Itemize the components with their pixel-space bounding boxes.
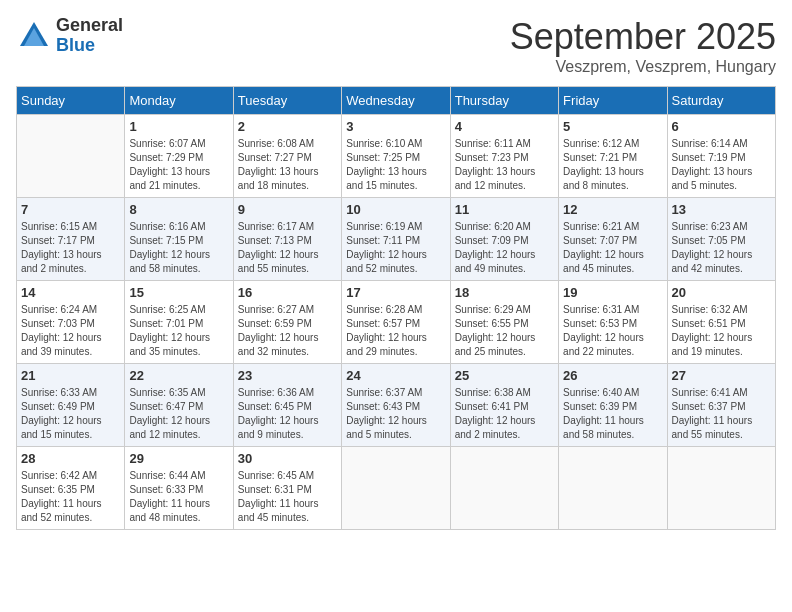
calendar-cell: 10Sunrise: 6:19 AMSunset: 7:11 PMDayligh… <box>342 198 450 281</box>
day-info: Sunrise: 6:11 AMSunset: 7:23 PMDaylight:… <box>455 137 554 193</box>
day-info: Sunrise: 6:38 AMSunset: 6:41 PMDaylight:… <box>455 386 554 442</box>
day-info: Sunrise: 6:29 AMSunset: 6:55 PMDaylight:… <box>455 303 554 359</box>
calendar-cell: 19Sunrise: 6:31 AMSunset: 6:53 PMDayligh… <box>559 281 667 364</box>
day-info: Sunrise: 6:35 AMSunset: 6:47 PMDaylight:… <box>129 386 228 442</box>
day-info: Sunrise: 6:24 AMSunset: 7:03 PMDaylight:… <box>21 303 120 359</box>
calendar-cell: 23Sunrise: 6:36 AMSunset: 6:45 PMDayligh… <box>233 364 341 447</box>
day-number: 24 <box>346 368 445 383</box>
day-info: Sunrise: 6:32 AMSunset: 6:51 PMDaylight:… <box>672 303 771 359</box>
day-number: 17 <box>346 285 445 300</box>
calendar-cell: 29Sunrise: 6:44 AMSunset: 6:33 PMDayligh… <box>125 447 233 530</box>
calendar-cell <box>667 447 775 530</box>
calendar-cell: 27Sunrise: 6:41 AMSunset: 6:37 PMDayligh… <box>667 364 775 447</box>
day-info: Sunrise: 6:07 AMSunset: 7:29 PMDaylight:… <box>129 137 228 193</box>
calendar-cell: 12Sunrise: 6:21 AMSunset: 7:07 PMDayligh… <box>559 198 667 281</box>
calendar-cell <box>450 447 558 530</box>
calendar-cell: 4Sunrise: 6:11 AMSunset: 7:23 PMDaylight… <box>450 115 558 198</box>
day-number: 15 <box>129 285 228 300</box>
day-info: Sunrise: 6:45 AMSunset: 6:31 PMDaylight:… <box>238 469 337 525</box>
calendar-cell: 28Sunrise: 6:42 AMSunset: 6:35 PMDayligh… <box>17 447 125 530</box>
day-info: Sunrise: 6:42 AMSunset: 6:35 PMDaylight:… <box>21 469 120 525</box>
day-number: 14 <box>21 285 120 300</box>
calendar-cell: 11Sunrise: 6:20 AMSunset: 7:09 PMDayligh… <box>450 198 558 281</box>
logo-text: General Blue <box>56 16 123 56</box>
weekday-header-row: SundayMondayTuesdayWednesdayThursdayFrid… <box>17 87 776 115</box>
day-number: 5 <box>563 119 662 134</box>
page-header: General Blue September 2025 Veszprem, Ve… <box>16 16 776 76</box>
calendar-cell: 9Sunrise: 6:17 AMSunset: 7:13 PMDaylight… <box>233 198 341 281</box>
day-info: Sunrise: 6:15 AMSunset: 7:17 PMDaylight:… <box>21 220 120 276</box>
logo: General Blue <box>16 16 123 56</box>
day-info: Sunrise: 6:36 AMSunset: 6:45 PMDaylight:… <box>238 386 337 442</box>
weekday-header-monday: Monday <box>125 87 233 115</box>
calendar-cell: 21Sunrise: 6:33 AMSunset: 6:49 PMDayligh… <box>17 364 125 447</box>
calendar-cell <box>559 447 667 530</box>
calendar-cell: 26Sunrise: 6:40 AMSunset: 6:39 PMDayligh… <box>559 364 667 447</box>
day-info: Sunrise: 6:10 AMSunset: 7:25 PMDaylight:… <box>346 137 445 193</box>
day-number: 12 <box>563 202 662 217</box>
calendar-cell: 1Sunrise: 6:07 AMSunset: 7:29 PMDaylight… <box>125 115 233 198</box>
day-number: 1 <box>129 119 228 134</box>
day-info: Sunrise: 6:40 AMSunset: 6:39 PMDaylight:… <box>563 386 662 442</box>
calendar-cell: 3Sunrise: 6:10 AMSunset: 7:25 PMDaylight… <box>342 115 450 198</box>
calendar-cell: 30Sunrise: 6:45 AMSunset: 6:31 PMDayligh… <box>233 447 341 530</box>
day-number: 13 <box>672 202 771 217</box>
day-number: 25 <box>455 368 554 383</box>
day-number: 30 <box>238 451 337 466</box>
day-number: 4 <box>455 119 554 134</box>
calendar-cell: 2Sunrise: 6:08 AMSunset: 7:27 PMDaylight… <box>233 115 341 198</box>
weekday-header-sunday: Sunday <box>17 87 125 115</box>
day-number: 3 <box>346 119 445 134</box>
calendar-week-row: 1Sunrise: 6:07 AMSunset: 7:29 PMDaylight… <box>17 115 776 198</box>
day-number: 26 <box>563 368 662 383</box>
day-info: Sunrise: 6:16 AMSunset: 7:15 PMDaylight:… <box>129 220 228 276</box>
day-info: Sunrise: 6:08 AMSunset: 7:27 PMDaylight:… <box>238 137 337 193</box>
weekday-header-wednesday: Wednesday <box>342 87 450 115</box>
day-number: 20 <box>672 285 771 300</box>
calendar-cell: 17Sunrise: 6:28 AMSunset: 6:57 PMDayligh… <box>342 281 450 364</box>
calendar-cell: 5Sunrise: 6:12 AMSunset: 7:21 PMDaylight… <box>559 115 667 198</box>
logo-general-text: General <box>56 16 123 36</box>
title-section: September 2025 Veszprem, Veszprem, Hunga… <box>510 16 776 76</box>
calendar-cell: 6Sunrise: 6:14 AMSunset: 7:19 PMDaylight… <box>667 115 775 198</box>
calendar-cell: 14Sunrise: 6:24 AMSunset: 7:03 PMDayligh… <box>17 281 125 364</box>
location-title: Veszprem, Veszprem, Hungary <box>510 58 776 76</box>
calendar-week-row: 7Sunrise: 6:15 AMSunset: 7:17 PMDaylight… <box>17 198 776 281</box>
day-number: 21 <box>21 368 120 383</box>
day-number: 6 <box>672 119 771 134</box>
day-info: Sunrise: 6:37 AMSunset: 6:43 PMDaylight:… <box>346 386 445 442</box>
day-info: Sunrise: 6:14 AMSunset: 7:19 PMDaylight:… <box>672 137 771 193</box>
month-title: September 2025 <box>510 16 776 58</box>
weekday-header-friday: Friday <box>559 87 667 115</box>
calendar-cell: 8Sunrise: 6:16 AMSunset: 7:15 PMDaylight… <box>125 198 233 281</box>
day-number: 9 <box>238 202 337 217</box>
day-number: 11 <box>455 202 554 217</box>
day-info: Sunrise: 6:44 AMSunset: 6:33 PMDaylight:… <box>129 469 228 525</box>
day-number: 23 <box>238 368 337 383</box>
day-number: 10 <box>346 202 445 217</box>
weekday-header-tuesday: Tuesday <box>233 87 341 115</box>
day-number: 2 <box>238 119 337 134</box>
calendar-cell <box>342 447 450 530</box>
day-info: Sunrise: 6:20 AMSunset: 7:09 PMDaylight:… <box>455 220 554 276</box>
day-info: Sunrise: 6:25 AMSunset: 7:01 PMDaylight:… <box>129 303 228 359</box>
day-info: Sunrise: 6:21 AMSunset: 7:07 PMDaylight:… <box>563 220 662 276</box>
calendar-table: SundayMondayTuesdayWednesdayThursdayFrid… <box>16 86 776 530</box>
day-number: 19 <box>563 285 662 300</box>
calendar-cell: 18Sunrise: 6:29 AMSunset: 6:55 PMDayligh… <box>450 281 558 364</box>
calendar-week-row: 14Sunrise: 6:24 AMSunset: 7:03 PMDayligh… <box>17 281 776 364</box>
day-info: Sunrise: 6:23 AMSunset: 7:05 PMDaylight:… <box>672 220 771 276</box>
calendar-cell: 16Sunrise: 6:27 AMSunset: 6:59 PMDayligh… <box>233 281 341 364</box>
calendar-cell <box>17 115 125 198</box>
day-number: 16 <box>238 285 337 300</box>
weekday-header-thursday: Thursday <box>450 87 558 115</box>
day-info: Sunrise: 6:17 AMSunset: 7:13 PMDaylight:… <box>238 220 337 276</box>
calendar-cell: 7Sunrise: 6:15 AMSunset: 7:17 PMDaylight… <box>17 198 125 281</box>
day-number: 29 <box>129 451 228 466</box>
calendar-cell: 22Sunrise: 6:35 AMSunset: 6:47 PMDayligh… <box>125 364 233 447</box>
logo-icon <box>16 18 52 54</box>
logo-blue-text: Blue <box>56 36 123 56</box>
calendar-cell: 25Sunrise: 6:38 AMSunset: 6:41 PMDayligh… <box>450 364 558 447</box>
day-number: 28 <box>21 451 120 466</box>
calendar-cell: 20Sunrise: 6:32 AMSunset: 6:51 PMDayligh… <box>667 281 775 364</box>
